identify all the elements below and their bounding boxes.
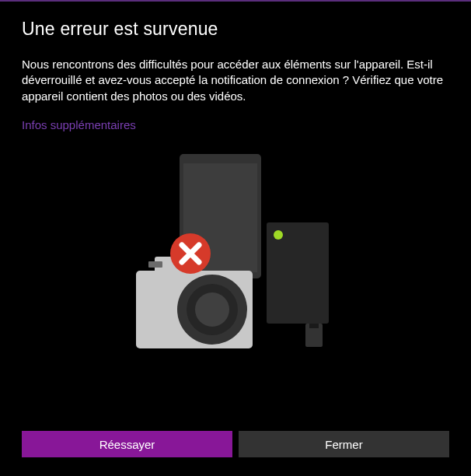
- dialog-button-row: Réessayer Fermer: [22, 431, 449, 457]
- svg-rect-5: [309, 324, 319, 328]
- dialog-title: Une erreur est survenue: [22, 19, 449, 40]
- error-illustration: [22, 146, 449, 364]
- devices-error-icon: [127, 146, 344, 364]
- svg-rect-8: [148, 261, 162, 268]
- window-accent-bar: [0, 0, 471, 2]
- more-info-link[interactable]: Infos supplémentaires: [22, 118, 136, 131]
- close-button[interactable]: Fermer: [239, 431, 449, 457]
- svg-point-3: [274, 230, 283, 240]
- dialog-content: Une erreur est survenue Nous rencontrons…: [0, 0, 471, 364]
- dialog-description: Nous rencontrons des difficultés pour ac…: [22, 57, 449, 104]
- retry-button[interactable]: Réessayer: [22, 431, 232, 457]
- svg-point-11: [195, 292, 229, 327]
